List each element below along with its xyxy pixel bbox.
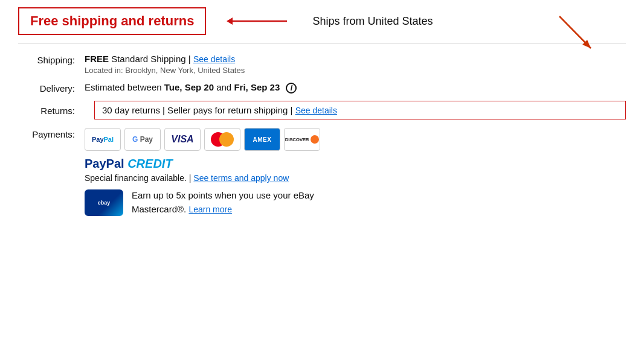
- shipping-type: Standard Shipping: [111, 54, 185, 64]
- svg-marker-1: [227, 17, 233, 25]
- paypal-card: PayPal: [85, 128, 121, 151]
- gpay-card: G Pay: [124, 128, 161, 151]
- special-financing-row: Special financing available. | See terms…: [85, 173, 626, 183]
- shipping-row: Shipping: FREE Standard Shipping | See d…: [18, 54, 626, 75]
- amex-text: AMEX: [253, 136, 272, 143]
- page-wrapper: Free shipping and returns Ships from Uni…: [0, 0, 644, 237]
- delivery-label: Delivery:: [18, 82, 85, 94]
- shipping-separator: |: [188, 54, 193, 64]
- amex-card: AMEX: [244, 128, 280, 151]
- ebay-row: ebay Earn up to 5x points when you use y…: [85, 189, 626, 216]
- paypal-blue-text: PayPal: [85, 157, 127, 170]
- mc-circles: [211, 132, 234, 147]
- returns-row: Returns: 30 day returns | Seller pays fo…: [18, 101, 626, 119]
- discover-text: DISCOVER: [285, 137, 309, 142]
- left-arrow-icon: [221, 14, 293, 28]
- ebay-points-text: Earn up to 5x points when you use your e…: [132, 189, 314, 216]
- shipping-main: FREE Standard Shipping | See details: [85, 54, 626, 64]
- discover-dot: [311, 135, 319, 144]
- delivery-date1: Tue, Sep 20: [164, 82, 214, 92]
- paypal-credit-section: PayPal CREDIT Special financing availabl…: [85, 157, 626, 183]
- delivery-row: Delivery: Estimated between Tue, Sep 20 …: [18, 82, 626, 94]
- shipping-free-text: FREE: [85, 54, 109, 64]
- ebay-card: ebay: [85, 189, 123, 216]
- visa-text: VISA: [171, 134, 193, 145]
- returns-text: 30 day returns | Seller pays for return …: [102, 105, 292, 115]
- shipping-location: Located in: Brooklyn, New York, United S…: [85, 66, 626, 75]
- special-financing-text: Special financing available. |: [85, 173, 191, 183]
- ships-from-label: Ships from United States: [312, 15, 433, 28]
- shipping-see-details-link[interactable]: See details: [193, 54, 235, 64]
- diagonal-arrow-icon: [553, 13, 602, 62]
- payments-content: PayPal G Pay VISA: [85, 128, 626, 216]
- ebay-card-text: ebay: [98, 200, 111, 206]
- paypal-credit-label: PayPal CREDIT: [85, 157, 626, 171]
- info-table: Shipping: FREE Standard Shipping | See d…: [18, 54, 626, 216]
- discover-card: DISCOVER: [284, 128, 320, 151]
- big-arrow-annotation: [553, 13, 602, 63]
- learn-more-link[interactable]: Learn more: [188, 205, 232, 214]
- arrow-container: [217, 14, 297, 28]
- info-icon[interactable]: i: [286, 83, 297, 94]
- payments-label: Payments:: [18, 128, 85, 139]
- delivery-between: and: [216, 82, 231, 92]
- credit-text: CREDIT: [127, 157, 172, 170]
- cards-container: PayPal G Pay VISA: [85, 128, 626, 151]
- delivery-prefix: Estimated between: [85, 82, 162, 92]
- gpay-text: G Pay: [132, 135, 153, 144]
- delivery-date2: Fri, Sep 23: [234, 82, 280, 92]
- delivery-content: Estimated between Tue, Sep 20 and Fri, S…: [85, 82, 626, 94]
- see-terms-link[interactable]: See terms and apply now: [193, 173, 289, 183]
- top-row: Free shipping and returns Ships from Uni…: [18, 7, 626, 44]
- returns-label: Returns:: [18, 104, 85, 116]
- returns-see-details-link[interactable]: See details: [295, 106, 337, 115]
- free-shipping-box: Free shipping and returns: [18, 7, 206, 35]
- shipping-label: Shipping:: [18, 54, 85, 65]
- mc-circle-orange: [219, 132, 234, 147]
- shipping-content: FREE Standard Shipping | See details Loc…: [85, 54, 626, 75]
- returns-box: 30 day returns | Seller pays for return …: [94, 101, 626, 119]
- free-shipping-label: Free shipping and returns: [30, 13, 194, 28]
- paypal-text: PayPal: [92, 136, 114, 143]
- mastercard-card: [204, 128, 240, 151]
- visa-card: VISA: [164, 128, 201, 151]
- payments-row: Payments: PayPal G Pay: [18, 128, 626, 216]
